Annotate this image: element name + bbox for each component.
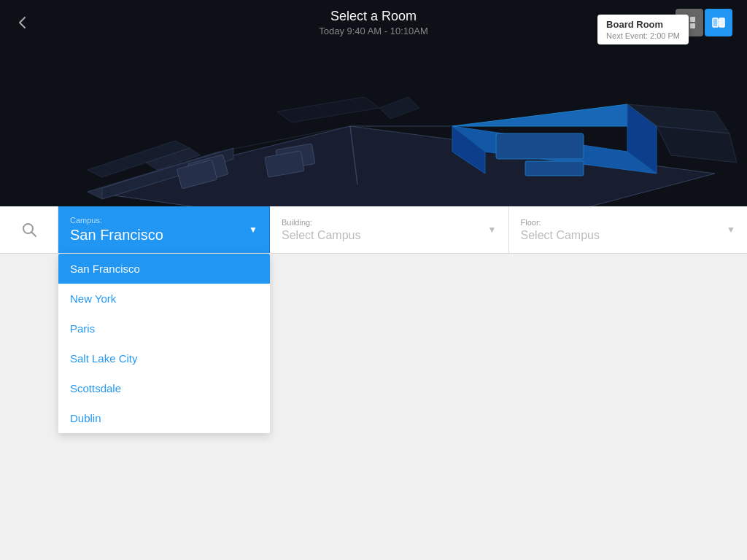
floor-value: Select Campus	[521, 229, 600, 241]
building-dropdown-arrow: ▼	[488, 225, 497, 235]
campus-list-item-scottsdale[interactable]: Scottsdale	[58, 373, 270, 403]
floor-dropdown-arrow: ▼	[727, 225, 735, 235]
svg-line-26	[31, 233, 36, 237]
campus-list-item-san-francisco[interactable]: San Francisco	[58, 254, 270, 284]
svg-rect-1	[719, 18, 724, 27]
campus-dropdown-list: San FranciscoNew YorkParisSalt Lake City…	[58, 254, 270, 433]
campus-list-item-paris[interactable]: Paris	[58, 314, 270, 343]
floor-dropdown-content: Floor: Select Campus	[521, 218, 600, 242]
svg-rect-0	[713, 18, 718, 27]
controls-row: Campus: San Francisco ▼ Building: Select…	[0, 206, 747, 254]
campus-dropdown-content: Campus: San Francisco	[70, 216, 163, 244]
building-value: Select Campus	[282, 229, 361, 241]
board-room-tooltip: Board Room Next Event: 2:00 PM	[597, 15, 689, 44]
campus-dropdown[interactable]: Campus: San Francisco ▼	[58, 206, 270, 253]
header-title: Select a Room Today 9:40 AM - 10:10AM	[319, 9, 428, 36]
campus-list-item-new-york[interactable]: New York	[58, 284, 270, 314]
svg-rect-16	[525, 161, 584, 176]
campus-dropdown-arrow: ▼	[249, 225, 258, 235]
map-view-button[interactable]	[705, 9, 732, 36]
floor-dropdown[interactable]: Floor: Select Campus ▼	[509, 206, 748, 253]
search-cell[interactable]	[0, 206, 58, 253]
board-room-next-event: Next Event: 2:00 PM	[606, 31, 680, 40]
campus-value: San Francisco	[70, 227, 163, 243]
map-icon	[711, 15, 726, 30]
svg-rect-15	[496, 133, 584, 159]
svg-marker-21	[277, 97, 379, 122]
svg-marker-12	[452, 104, 657, 126]
back-button[interactable]	[15, 15, 31, 31]
building-dropdown[interactable]: Building: Select Campus ▼	[270, 206, 509, 253]
page-subtitle: Today 9:40 AM - 10:10AM	[319, 26, 428, 36]
page-title: Select a Room	[319, 9, 428, 24]
map-area: Select a Room Today 9:40 AM - 10:10AM	[0, 0, 747, 206]
search-icon	[21, 222, 37, 238]
campus-label: Campus:	[70, 216, 163, 225]
board-room-name: Board Room	[606, 19, 680, 30]
building-dropdown-content: Building: Select Campus	[282, 218, 361, 242]
svg-marker-22	[379, 97, 419, 119]
floor-label: Floor:	[521, 218, 600, 227]
building-label: Building:	[282, 218, 361, 227]
campus-list-item-dublin[interactable]: Dublin	[58, 403, 270, 433]
campus-list-item-salt-lake-city[interactable]: Salt Lake City	[58, 343, 270, 373]
